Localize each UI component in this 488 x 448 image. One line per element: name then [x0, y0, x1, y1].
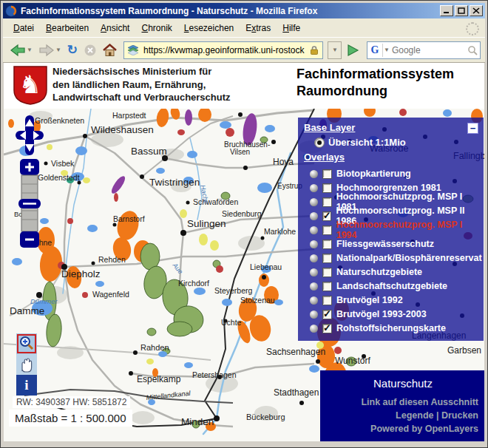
overlay-checkbox[interactable] [322, 324, 332, 333]
layer-switcher-panel: − Base Layer Übersicht 1:1Mio Overlays B… [298, 118, 484, 341]
layer-bullet-sphere [310, 240, 318, 248]
zoom-tool-button[interactable] [16, 333, 37, 354]
base-layer-heading: Base Layer [304, 122, 355, 133]
overlay-row: Brutvögel 1992 [310, 294, 403, 306]
layer-bullet-sphere [310, 198, 318, 206]
overlay-row: Naturschutzgebiete [310, 266, 422, 278]
forward-dropdown-icon[interactable]: ▼ [55, 47, 61, 53]
menu-ansicht[interactable]: Ansicht [95, 21, 135, 35]
close-window-button[interactable] [470, 5, 483, 16]
search-input[interactable] [390, 45, 467, 55]
link-extent[interactable]: Link auf diesen Ausschnitt [361, 397, 478, 407]
layer-bullet-sphere [310, 325, 318, 333]
svg-text:Garbsen: Garbsen [447, 345, 481, 356]
layer-bullet-sphere [310, 226, 318, 234]
overlay-checkbox[interactable] [322, 169, 332, 179]
pan-tool-button[interactable] [16, 354, 37, 375]
overlay-checkbox[interactable] [322, 254, 332, 263]
search-magnifier-icon[interactable] [467, 45, 480, 55]
svg-text:Sulingen: Sulingen [187, 218, 226, 229]
svg-text:Diepholz: Diepholz [61, 268, 101, 279]
engine-dropdown-icon[interactable]: ▼ [384, 47, 390, 53]
overlay-checkbox[interactable] [322, 296, 332, 305]
back-button[interactable]: ▼ [7, 39, 35, 61]
svg-text:Wildeshausen: Wildeshausen [91, 124, 154, 135]
url-input[interactable] [142, 44, 306, 56]
zoom-slider-handle[interactable] [18, 199, 41, 208]
link-powered-by[interactable]: Powered by OpenLayers [370, 424, 478, 434]
svg-text:♞: ♞ [19, 69, 41, 99]
overlay-checkbox[interactable] [322, 240, 332, 249]
overlay-row: Brutvögel 1993-2003 [310, 308, 427, 320]
svg-text:Dümmer: Dümmer [30, 297, 58, 305]
svg-text:Stadthagen: Stadthagen [274, 387, 319, 398]
map-viewport[interactable]: GroßenknetenHarpstedtWildeshausenBassumB… [4, 109, 484, 441]
svg-text:Uchte: Uchte [221, 318, 242, 327]
overlay-checkbox[interactable] [322, 197, 332, 207]
layer-bullet-sphere [310, 212, 318, 220]
site-favicon[interactable] [127, 45, 139, 55]
menu-datei[interactable]: Datei [7, 21, 40, 35]
google-engine-icon[interactable]: G [367, 44, 383, 57]
page-content: ♞ Niedersächsisches Ministerium für den … [4, 63, 484, 441]
stop-button[interactable] [81, 39, 99, 61]
menu-chronik[interactable]: Chronik [135, 21, 177, 35]
overlay-checkbox[interactable] [322, 211, 332, 221]
menubar: DateiBearbeitenAnsichtChronikLesezeichen… [3, 18, 485, 38]
maximize-window-button[interactable] [455, 5, 468, 16]
layer-bullet-sphere [310, 268, 318, 276]
back-dropdown-icon[interactable]: ▼ [27, 47, 33, 53]
overlay-row: Fliessgewässerschutz [310, 238, 434, 250]
url-history-dropdown[interactable]: ▼ [328, 41, 342, 59]
throbber-icon [466, 22, 479, 35]
pan-compass[interactable] [16, 115, 44, 155]
overlay-label: Hochmoorschutzprog. MSP I 1994 [336, 220, 484, 240]
forward-button[interactable]: ▼ [36, 39, 64, 61]
overlay-checkbox[interactable] [322, 282, 332, 291]
overlay-label: Brutvögel 1993-2003 [336, 309, 427, 319]
map-tools: i [16, 333, 37, 396]
info-tool-button[interactable]: i [16, 375, 37, 396]
niedersachsen-coat-of-arms: ♞ [13, 65, 48, 109]
svg-text:Wunstorf: Wunstorf [335, 356, 370, 366]
svg-text:Sachsenhagen: Sachsenhagen [266, 347, 325, 357]
svg-text:Twistringen: Twistringen [149, 177, 200, 188]
base-layer-radio[interactable] [314, 138, 325, 148]
link-print[interactable]: Drucken [441, 410, 478, 421]
overlay-row: Landschaftschutzgebiete [310, 280, 447, 292]
svg-text:Bassum: Bassum [131, 146, 167, 157]
layer-bullet-sphere [310, 310, 318, 319]
lock-icon[interactable] [309, 45, 319, 55]
svg-text:Liebenau: Liebenau [250, 262, 282, 271]
overlay-label: Biotopkartierung [336, 169, 411, 179]
reload-button[interactable]: ↻ [65, 39, 80, 61]
svg-text:Siedenburg: Siedenburg [222, 209, 262, 218]
svg-text:Minden: Minden [181, 416, 214, 427]
chevron-down-icon: ▼ [332, 47, 338, 53]
overlay-checkbox[interactable] [322, 268, 332, 277]
svg-text:Espelkamp: Espelkamp [137, 374, 181, 384]
overlay-checkbox[interactable] [322, 225, 332, 235]
panel-minimize-button[interactable]: − [467, 123, 478, 134]
menu-extras[interactable]: Extras [240, 21, 277, 35]
url-bar [123, 41, 323, 59]
ministry-name: Niedersächsisches Ministerium für den lä… [52, 65, 231, 104]
link-legend[interactable]: Legende [396, 410, 433, 421]
panzoom-control [13, 112, 47, 252]
overlay-row: Nationalpark/Biosphärenreservat [310, 252, 482, 264]
svg-text:Marklohe: Marklohe [264, 227, 296, 236]
minimize-window-button[interactable] [440, 5, 453, 16]
zoom-out-button[interactable] [20, 231, 39, 248]
menu-bearbeiten[interactable]: Bearbeiten [40, 21, 95, 35]
overlay-checkbox[interactable] [322, 310, 332, 319]
menu-lesezeichen[interactable]: Lesezeichen [178, 21, 240, 35]
titlebar[interactable]: Fachinformationssystem Raumordnung - Nat… [3, 3, 485, 18]
window-title: Fachinformationssystem Raumordnung - Nat… [21, 6, 440, 16]
go-button[interactable] [343, 39, 362, 61]
browser-window: Fachinformationssystem Raumordnung - Nat… [0, 0, 488, 448]
info-icon: i [24, 377, 28, 393]
menu-hilfe[interactable]: Hilfe [277, 21, 306, 35]
zoom-in-button[interactable] [20, 159, 39, 175]
overlay-checkbox[interactable] [322, 183, 332, 193]
home-button[interactable] [101, 39, 119, 61]
